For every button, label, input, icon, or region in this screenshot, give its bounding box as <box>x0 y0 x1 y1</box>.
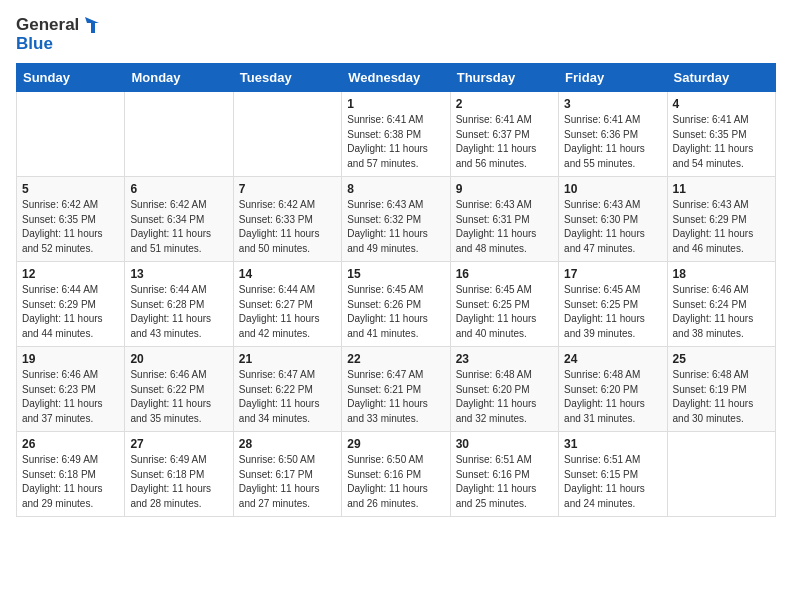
day-cell: 15Sunrise: 6:45 AM Sunset: 6:26 PM Dayli… <box>342 262 450 347</box>
day-number: 31 <box>564 437 661 451</box>
day-info: Sunrise: 6:46 AM Sunset: 6:22 PM Dayligh… <box>130 368 227 426</box>
day-number: 15 <box>347 267 444 281</box>
day-cell: 8Sunrise: 6:43 AM Sunset: 6:32 PM Daylig… <box>342 177 450 262</box>
day-cell <box>667 432 775 517</box>
day-info: Sunrise: 6:50 AM Sunset: 6:17 PM Dayligh… <box>239 453 336 511</box>
logo: General Blue <box>16 16 99 53</box>
day-info: Sunrise: 6:42 AM Sunset: 6:33 PM Dayligh… <box>239 198 336 256</box>
day-info: Sunrise: 6:41 AM Sunset: 6:37 PM Dayligh… <box>456 113 553 171</box>
day-info: Sunrise: 6:47 AM Sunset: 6:22 PM Dayligh… <box>239 368 336 426</box>
day-number: 1 <box>347 97 444 111</box>
day-cell: 12Sunrise: 6:44 AM Sunset: 6:29 PM Dayli… <box>17 262 125 347</box>
day-number: 25 <box>673 352 770 366</box>
day-cell: 23Sunrise: 6:48 AM Sunset: 6:20 PM Dayli… <box>450 347 558 432</box>
day-info: Sunrise: 6:46 AM Sunset: 6:23 PM Dayligh… <box>22 368 119 426</box>
day-cell: 27Sunrise: 6:49 AM Sunset: 6:18 PM Dayli… <box>125 432 233 517</box>
week-row-5: 26Sunrise: 6:49 AM Sunset: 6:18 PM Dayli… <box>17 432 776 517</box>
day-info: Sunrise: 6:51 AM Sunset: 6:16 PM Dayligh… <box>456 453 553 511</box>
day-number: 7 <box>239 182 336 196</box>
week-row-1: 1Sunrise: 6:41 AM Sunset: 6:38 PM Daylig… <box>17 92 776 177</box>
day-info: Sunrise: 6:49 AM Sunset: 6:18 PM Dayligh… <box>130 453 227 511</box>
header-friday: Friday <box>559 64 667 92</box>
logo-blue: Blue <box>16 35 99 54</box>
day-cell: 2Sunrise: 6:41 AM Sunset: 6:37 PM Daylig… <box>450 92 558 177</box>
day-cell: 18Sunrise: 6:46 AM Sunset: 6:24 PM Dayli… <box>667 262 775 347</box>
day-cell: 11Sunrise: 6:43 AM Sunset: 6:29 PM Dayli… <box>667 177 775 262</box>
day-cell: 5Sunrise: 6:42 AM Sunset: 6:35 PM Daylig… <box>17 177 125 262</box>
day-number: 10 <box>564 182 661 196</box>
day-cell: 7Sunrise: 6:42 AM Sunset: 6:33 PM Daylig… <box>233 177 341 262</box>
day-cell: 30Sunrise: 6:51 AM Sunset: 6:16 PM Dayli… <box>450 432 558 517</box>
day-cell: 29Sunrise: 6:50 AM Sunset: 6:16 PM Dayli… <box>342 432 450 517</box>
day-info: Sunrise: 6:45 AM Sunset: 6:25 PM Dayligh… <box>564 283 661 341</box>
week-row-2: 5Sunrise: 6:42 AM Sunset: 6:35 PM Daylig… <box>17 177 776 262</box>
day-info: Sunrise: 6:48 AM Sunset: 6:19 PM Dayligh… <box>673 368 770 426</box>
day-info: Sunrise: 6:41 AM Sunset: 6:38 PM Dayligh… <box>347 113 444 171</box>
day-number: 8 <box>347 182 444 196</box>
day-number: 24 <box>564 352 661 366</box>
day-number: 18 <box>673 267 770 281</box>
logo-general: General <box>16 16 79 35</box>
day-info: Sunrise: 6:41 AM Sunset: 6:35 PM Dayligh… <box>673 113 770 171</box>
day-info: Sunrise: 6:45 AM Sunset: 6:25 PM Dayligh… <box>456 283 553 341</box>
week-row-3: 12Sunrise: 6:44 AM Sunset: 6:29 PM Dayli… <box>17 262 776 347</box>
day-number: 29 <box>347 437 444 451</box>
day-cell: 6Sunrise: 6:42 AM Sunset: 6:34 PM Daylig… <box>125 177 233 262</box>
day-info: Sunrise: 6:44 AM Sunset: 6:29 PM Dayligh… <box>22 283 119 341</box>
day-info: Sunrise: 6:42 AM Sunset: 6:34 PM Dayligh… <box>130 198 227 256</box>
day-number: 4 <box>673 97 770 111</box>
day-number: 2 <box>456 97 553 111</box>
page-header: General Blue <box>16 16 776 53</box>
day-info: Sunrise: 6:43 AM Sunset: 6:32 PM Dayligh… <box>347 198 444 256</box>
day-info: Sunrise: 6:42 AM Sunset: 6:35 PM Dayligh… <box>22 198 119 256</box>
day-cell: 9Sunrise: 6:43 AM Sunset: 6:31 PM Daylig… <box>450 177 558 262</box>
day-info: Sunrise: 6:48 AM Sunset: 6:20 PM Dayligh… <box>456 368 553 426</box>
day-cell: 24Sunrise: 6:48 AM Sunset: 6:20 PM Dayli… <box>559 347 667 432</box>
day-cell: 28Sunrise: 6:50 AM Sunset: 6:17 PM Dayli… <box>233 432 341 517</box>
day-number: 30 <box>456 437 553 451</box>
day-cell <box>17 92 125 177</box>
header-monday: Monday <box>125 64 233 92</box>
day-number: 28 <box>239 437 336 451</box>
day-cell <box>125 92 233 177</box>
day-number: 22 <box>347 352 444 366</box>
day-number: 27 <box>130 437 227 451</box>
day-cell: 31Sunrise: 6:51 AM Sunset: 6:15 PM Dayli… <box>559 432 667 517</box>
day-cell: 3Sunrise: 6:41 AM Sunset: 6:36 PM Daylig… <box>559 92 667 177</box>
day-info: Sunrise: 6:46 AM Sunset: 6:24 PM Dayligh… <box>673 283 770 341</box>
header-thursday: Thursday <box>450 64 558 92</box>
day-cell: 16Sunrise: 6:45 AM Sunset: 6:25 PM Dayli… <box>450 262 558 347</box>
day-number: 12 <box>22 267 119 281</box>
day-cell: 22Sunrise: 6:47 AM Sunset: 6:21 PM Dayli… <box>342 347 450 432</box>
day-cell: 19Sunrise: 6:46 AM Sunset: 6:23 PM Dayli… <box>17 347 125 432</box>
day-cell: 21Sunrise: 6:47 AM Sunset: 6:22 PM Dayli… <box>233 347 341 432</box>
day-number: 9 <box>456 182 553 196</box>
day-info: Sunrise: 6:48 AM Sunset: 6:20 PM Dayligh… <box>564 368 661 426</box>
day-info: Sunrise: 6:43 AM Sunset: 6:29 PM Dayligh… <box>673 198 770 256</box>
day-number: 23 <box>456 352 553 366</box>
day-number: 16 <box>456 267 553 281</box>
day-cell: 4Sunrise: 6:41 AM Sunset: 6:35 PM Daylig… <box>667 92 775 177</box>
day-number: 21 <box>239 352 336 366</box>
day-cell: 1Sunrise: 6:41 AM Sunset: 6:38 PM Daylig… <box>342 92 450 177</box>
day-number: 14 <box>239 267 336 281</box>
header-wednesday: Wednesday <box>342 64 450 92</box>
day-cell: 13Sunrise: 6:44 AM Sunset: 6:28 PM Dayli… <box>125 262 233 347</box>
day-number: 6 <box>130 182 227 196</box>
calendar-table: SundayMondayTuesdayWednesdayThursdayFrid… <box>16 63 776 517</box>
logo-text: General Blue <box>16 16 99 53</box>
day-number: 17 <box>564 267 661 281</box>
header-saturday: Saturday <box>667 64 775 92</box>
day-cell <box>233 92 341 177</box>
day-info: Sunrise: 6:44 AM Sunset: 6:28 PM Dayligh… <box>130 283 227 341</box>
day-info: Sunrise: 6:45 AM Sunset: 6:26 PM Dayligh… <box>347 283 444 341</box>
day-info: Sunrise: 6:47 AM Sunset: 6:21 PM Dayligh… <box>347 368 444 426</box>
day-info: Sunrise: 6:43 AM Sunset: 6:31 PM Dayligh… <box>456 198 553 256</box>
day-info: Sunrise: 6:51 AM Sunset: 6:15 PM Dayligh… <box>564 453 661 511</box>
day-cell: 10Sunrise: 6:43 AM Sunset: 6:30 PM Dayli… <box>559 177 667 262</box>
day-cell: 26Sunrise: 6:49 AM Sunset: 6:18 PM Dayli… <box>17 432 125 517</box>
day-info: Sunrise: 6:43 AM Sunset: 6:30 PM Dayligh… <box>564 198 661 256</box>
day-number: 13 <box>130 267 227 281</box>
day-info: Sunrise: 6:49 AM Sunset: 6:18 PM Dayligh… <box>22 453 119 511</box>
week-row-4: 19Sunrise: 6:46 AM Sunset: 6:23 PM Dayli… <box>17 347 776 432</box>
